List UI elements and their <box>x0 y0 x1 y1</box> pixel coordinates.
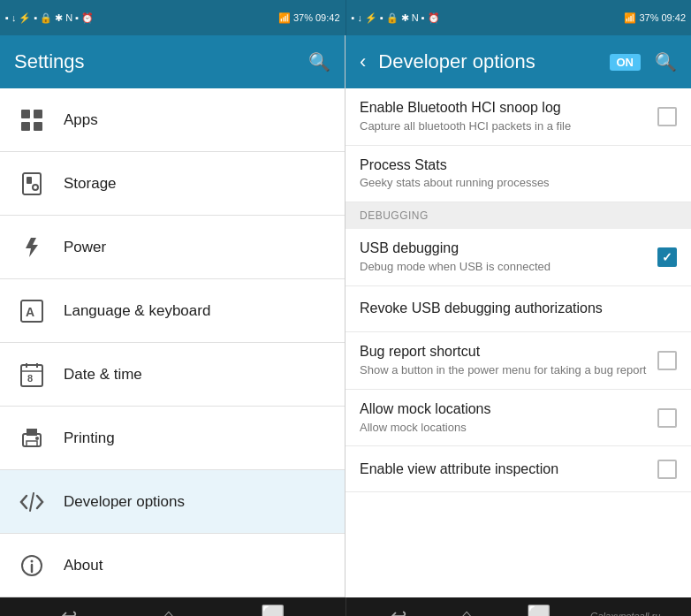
bluetooth-hci-subtitle: Capture all bluetooth HCI packets in a f… <box>360 119 650 134</box>
view-attr-content: Enable view attribute inspection <box>360 460 650 479</box>
right-status-bar: ▪ ↓ ⚡ ▪ 🔒 ✱ N ▪ ⏰ 📶 37% 09:42 <box>346 0 692 35</box>
bug-report-content: Bug report shortcut Show a button in the… <box>360 343 650 378</box>
svg-line-19 <box>30 493 34 511</box>
developer-label: Developer options <box>64 493 185 511</box>
language-label: Language & keyboard <box>64 302 210 320</box>
developer-title: Developer options <box>378 50 535 73</box>
r-lock-icon: 🔒 <box>386 12 399 24</box>
developer-options-list: Enable Bluetooth HCI snoop log Capture a… <box>346 88 691 597</box>
watermark-text: Galaxynoteall.ru <box>590 611 661 616</box>
right-time: 09:42 <box>661 12 686 23</box>
bluetooth-hci-item[interactable]: Enable Bluetooth HCI snoop log Capture a… <box>346 88 691 146</box>
r-signal-icon: ▪ <box>352 12 355 23</box>
developer-panel: ‹ Developer options ON 🔍 Enable Bluetoot… <box>346 35 691 597</box>
settings-item-datetime[interactable]: 8 Date & time <box>0 343 345 407</box>
sim-icon: ▪ <box>34 12 37 23</box>
usb-debugging-title: USB debugging <box>360 240 650 258</box>
process-stats-subtitle: Geeky stats about running processes <box>360 176 677 191</box>
bluetooth-hci-title: Enable Bluetooth HCI snoop log <box>360 99 650 118</box>
settings-list: Apps Storage Power <box>0 88 345 597</box>
power-label: Power <box>64 239 106 256</box>
power-icon <box>14 230 49 265</box>
svg-rect-0 <box>21 110 30 118</box>
apps-icon <box>14 103 49 138</box>
storage-label: Storage <box>64 175 117 193</box>
revoke-usb-item[interactable]: Revoke USB debugging authorizations <box>346 286 691 332</box>
left-status-icons: ▪ ↓ ⚡ ▪ 🔒 ✱ N ▪ ⏰ <box>5 12 94 24</box>
settings-header: Settings 🔍 <box>0 35 345 88</box>
process-stats-title: Process Stats <box>360 156 677 175</box>
header-right-group: ON 🔍 <box>610 51 678 72</box>
svg-rect-3 <box>34 122 42 131</box>
svg-rect-4 <box>23 173 41 194</box>
svg-text:A: A <box>26 305 34 319</box>
left-home-button[interactable]: ⌂ <box>148 597 188 616</box>
bottom-nav: ↩ ⌂ ⬜ ↩ ⌂ ⬜ Galaxynoteall.ru <box>0 597 691 616</box>
bug-report-title: Bug report shortcut <box>360 343 650 361</box>
printing-label: Printing <box>64 430 115 447</box>
right-status-right: 📶 37% 09:42 <box>624 12 686 24</box>
r-bt-icon: ✱ <box>401 12 409 24</box>
process-stats-item[interactable]: Process Stats Geeky stats about running … <box>346 146 691 203</box>
left-back-button[interactable]: ↩ <box>47 597 91 616</box>
settings-search-icon[interactable]: 🔍 <box>308 51 330 72</box>
view-attr-checkbox[interactable] <box>657 460 677 479</box>
settings-item-power[interactable]: Power <box>0 216 345 279</box>
bug-report-subtitle: Show a button in the power menu for taki… <box>360 363 650 378</box>
bt-icon: ✱ <box>55 12 63 24</box>
svg-text:8: 8 <box>27 373 33 384</box>
r-wifi-icon: ▪ <box>421 12 425 23</box>
view-attr-item[interactable]: Enable view attribute inspection <box>346 446 691 492</box>
bug-report-item[interactable]: Bug report shortcut Show a button in the… <box>346 332 691 390</box>
bluetooth-hci-checkbox[interactable] <box>657 107 677 126</box>
svg-point-18 <box>35 437 39 440</box>
revoke-usb-title: Revoke USB debugging authorizations <box>360 300 677 318</box>
nfc-icon: N <box>65 12 72 23</box>
view-attr-title: Enable view attribute inspection <box>360 460 650 479</box>
lock-icon: 🔒 <box>40 12 52 24</box>
svg-rect-2 <box>21 122 30 131</box>
mock-locations-item[interactable]: Allow mock locations Allow mock location… <box>346 390 691 447</box>
mock-locations-content: Allow mock locations Allow mock location… <box>360 400 650 436</box>
revoke-usb-content: Revoke USB debugging authorizations <box>360 300 677 318</box>
right-battery: 37% <box>639 12 658 23</box>
mock-locations-checkbox[interactable] <box>657 408 677 428</box>
debugging-section-header: DEBUGGING <box>346 202 691 229</box>
r-usb-icon: ⚡ <box>365 12 377 24</box>
developer-search-icon[interactable]: 🔍 <box>655 51 677 72</box>
usb-debugging-content: USB debugging Debug mode when USB is con… <box>360 240 650 275</box>
developer-toggle[interactable]: ON <box>610 54 642 71</box>
usb-debugging-checkbox[interactable] <box>657 247 677 267</box>
header-left-group: ‹ Developer options <box>360 50 610 73</box>
right-home-button[interactable]: ⌂ <box>446 597 486 616</box>
r-sim-icon: ▪ <box>380 12 383 23</box>
left-battery: 37% <box>293 12 313 23</box>
left-signal-bars: 📶 <box>278 12 291 24</box>
printing-icon <box>14 421 49 456</box>
settings-panel: Settings 🔍 Apps <box>0 35 346 597</box>
about-label: About <box>64 557 103 574</box>
settings-item-about[interactable]: About <box>0 534 345 597</box>
datetime-icon: 8 <box>14 357 49 392</box>
right-recents-button[interactable]: ⬜ <box>513 597 565 616</box>
back-button[interactable]: ‹ <box>360 50 366 73</box>
settings-item-storage[interactable]: Storage <box>0 152 345 216</box>
settings-item-printing[interactable]: Printing <box>0 407 345 470</box>
left-status-bar: ▪ ↓ ⚡ ▪ 🔒 ✱ N ▪ ⏰ 📶 37% 09:42 <box>0 0 346 35</box>
settings-item-apps[interactable]: Apps <box>0 88 345 152</box>
process-stats-content: Process Stats Geeky stats about running … <box>360 156 677 192</box>
usb-debugging-item[interactable]: USB debugging Debug mode when USB is con… <box>346 229 691 286</box>
r-alarm-icon: ⏰ <box>428 12 440 24</box>
left-nav: ↩ ⌂ ⬜ <box>0 597 346 616</box>
bug-report-checkbox[interactable] <box>657 351 677 370</box>
left-recents-button[interactable]: ⬜ <box>247 597 299 616</box>
settings-item-language[interactable]: A Language & keyboard <box>0 279 345 343</box>
left-time: 09:42 <box>315 12 340 23</box>
r-download-icon: ↓ <box>357 12 362 23</box>
r-nfc-icon: N <box>412 12 419 23</box>
right-back-button[interactable]: ↩ <box>376 597 421 616</box>
developer-header: ‹ Developer options ON 🔍 <box>346 35 691 88</box>
download-icon: ↓ <box>11 12 17 23</box>
language-icon: A <box>14 293 49 329</box>
settings-item-developer[interactable]: Developer options <box>0 470 345 534</box>
